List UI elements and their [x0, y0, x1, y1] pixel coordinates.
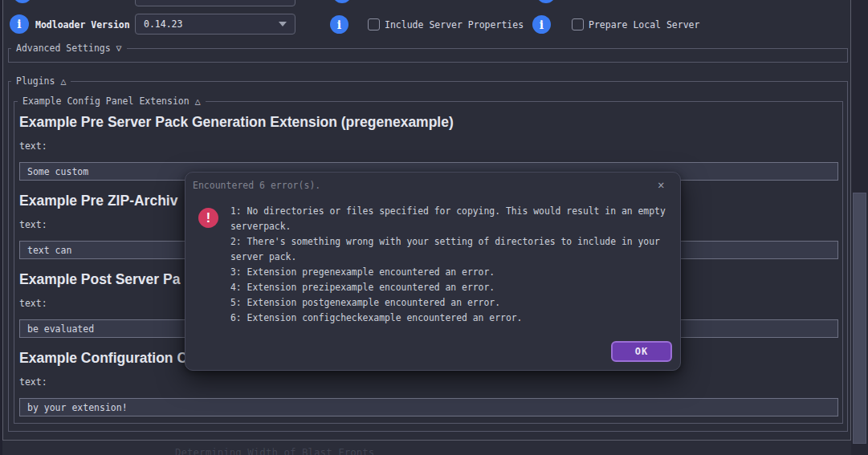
panel-border-left: [2, 0, 3, 441]
error-line: server pack.: [230, 250, 677, 265]
prepare-local-server-checkbox[interactable]: [572, 18, 584, 30]
status-hint-text: Determining Width of Blast Fronts: [175, 446, 374, 455]
ok-button[interactable]: OK: [611, 341, 672, 362]
close-icon[interactable]: ✕: [658, 178, 664, 191]
postgen-text-label: text:: [19, 298, 47, 309]
error-line: 6: Extension configcheckexample encounte…: [230, 311, 677, 326]
postgen-extension-heading: Example Post Server Pa: [19, 271, 180, 288]
configcheck-text-input[interactable]: [19, 398, 838, 416]
include-server-properties-label: Include Server Properties: [385, 19, 524, 30]
info-icon[interactable]: [536, 0, 556, 3]
pregen-text-label: text:: [19, 140, 47, 152]
modloader-version-label: Modloader Version: [35, 19, 130, 30]
info-icon[interactable]: [332, 0, 352, 3]
error-line: 4: Extension prezipexample encountered a…: [230, 280, 677, 295]
prepare-local-server-label: Prepare Local Server: [589, 19, 699, 30]
advanced-settings-toggle[interactable]: Advanced Settings ▽: [11, 43, 127, 54]
error-line: serverpack.: [230, 219, 677, 234]
modloader-version-combobox[interactable]: 0.14.23: [135, 14, 295, 35]
error-line: 2: There's something wrong with your set…: [230, 234, 677, 250]
configcheck-text-label: text:: [19, 376, 47, 388]
modloader-version-value: 0.14.23: [144, 18, 182, 30]
error-dialog: Encountered 6 error(s). ✕ ! 1: No direct…: [185, 172, 681, 371]
error-dialog-title: Encountered 6 error(s).: [193, 180, 320, 191]
vertical-scrollbar-thumb[interactable]: [853, 193, 866, 444]
pregen-extension-heading: Example Pre Server Pack Generation Exten…: [19, 114, 454, 131]
error-icon: !: [198, 208, 218, 228]
modloader-version-help-icon[interactable]: i: [330, 15, 348, 34]
panel-border-bottom: [2, 440, 851, 441]
prezip-text-label: text:: [19, 219, 47, 230]
version-combobox[interactable]: [135, 0, 295, 6]
advanced-settings-group: [8, 48, 848, 63]
include-server-properties-checkbox[interactable]: [368, 18, 380, 30]
include-server-properties-info-icon[interactable]: i: [532, 15, 551, 34]
error-line: 1: No directories or files specified for…: [230, 204, 677, 219]
chevron-down-icon: [279, 22, 287, 26]
modloader-version-info-icon[interactable]: i: [10, 14, 29, 34]
error-line: 5: Extension postgenexample encountered …: [230, 295, 677, 311]
error-message-list: 1: No directories or files specified for…: [230, 204, 677, 326]
plugins-toggle[interactable]: Plugins △: [11, 75, 71, 87]
prezip-extension-heading: Example Pre ZIP-Archiv: [19, 193, 177, 209]
error-line: 3: Extension pregenexample encountered a…: [230, 265, 677, 280]
configcheck-extension-heading: Example Configuration C: [19, 350, 187, 367]
info-icon[interactable]: [13, 0, 32, 3]
config-panel-extension-toggle[interactable]: Example Config Panel Extension △: [18, 95, 206, 107]
